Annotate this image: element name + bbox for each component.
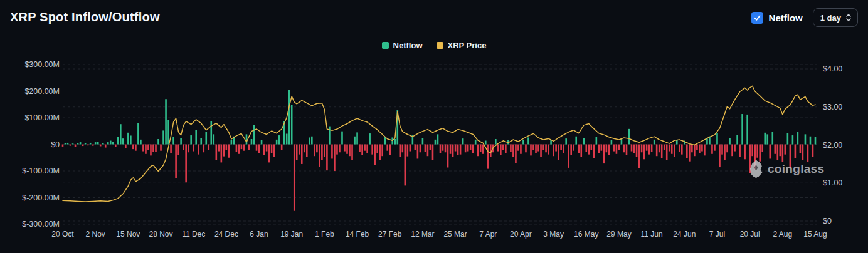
netflow-bar bbox=[306, 145, 308, 157]
netflow-bar bbox=[455, 145, 457, 152]
netflow-bar bbox=[193, 145, 194, 152]
netflow-bar bbox=[276, 140, 278, 145]
netflow-bar bbox=[319, 145, 320, 167]
netflow-bar bbox=[371, 145, 373, 155]
x-axis-label: 27 Feb bbox=[378, 230, 402, 239]
y-axis-label-left: $100.00M bbox=[24, 113, 60, 122]
netflow-bar bbox=[256, 145, 258, 151]
xrp-spot-inflow-outflow-widget: XRP Spot Inflow/Outflow Netflow 1 day Ne… bbox=[0, 0, 868, 253]
netflow-bar bbox=[417, 145, 419, 159]
x-axis-label: 12 Mar bbox=[411, 230, 434, 239]
netflow-bar bbox=[517, 145, 519, 151]
netflow-bar bbox=[795, 145, 797, 158]
netflow-bar bbox=[354, 137, 356, 145]
netflow-bar bbox=[386, 145, 388, 151]
netflow-bar bbox=[588, 145, 590, 155]
netflow-bar bbox=[812, 145, 814, 157]
netflow-bar bbox=[530, 145, 532, 156]
netflow-bar bbox=[815, 137, 817, 145]
netflow-bar bbox=[175, 145, 177, 178]
netflow-bar bbox=[689, 145, 691, 162]
netflow-bar bbox=[87, 145, 89, 146]
netflow-bar bbox=[495, 139, 497, 145]
netflow-bar bbox=[548, 145, 549, 155]
netflow-bar bbox=[331, 145, 333, 159]
netflow-bar bbox=[100, 145, 102, 147]
netflow-bar bbox=[77, 143, 79, 144]
netflow-bar bbox=[807, 145, 809, 162]
netflow-bar bbox=[613, 145, 615, 152]
netflow-bar bbox=[226, 145, 228, 150]
netflow-bar bbox=[616, 145, 618, 154]
netflow-bar bbox=[711, 145, 713, 154]
netflow-bar bbox=[792, 135, 794, 144]
x-axis-label: 6 Jan bbox=[250, 230, 268, 239]
y-axis-label-left: $300.00M bbox=[24, 60, 60, 69]
netflow-bar bbox=[744, 145, 746, 160]
netflow-bar bbox=[223, 145, 225, 157]
netflow-bar bbox=[190, 135, 192, 144]
netflow-bar bbox=[771, 132, 773, 145]
netflow-bar bbox=[344, 145, 346, 152]
netflow-bar bbox=[638, 145, 640, 168]
netflow-bar bbox=[253, 125, 255, 144]
netflow-bar bbox=[636, 145, 638, 157]
netflow-bar bbox=[679, 145, 680, 152]
x-axis-label: 28 Nov bbox=[149, 230, 172, 239]
netflow-bar bbox=[550, 140, 552, 145]
netflow-bar bbox=[437, 134, 439, 144]
netflow-bar bbox=[568, 145, 569, 168]
netflow-bar bbox=[102, 143, 104, 144]
x-axis-label: 16 May bbox=[574, 230, 598, 239]
netflow-bar bbox=[440, 145, 442, 153]
netflow-bar bbox=[694, 145, 696, 157]
netflow-bar bbox=[339, 145, 341, 153]
netflow-bar bbox=[294, 145, 295, 211]
chart-canvas[interactable]: $300.00M$200.00M$100.00M$0$-100.00M$-200… bbox=[0, 0, 868, 253]
netflow-bar bbox=[130, 135, 132, 144]
netflow-bar bbox=[621, 139, 623, 145]
netflow-bar bbox=[195, 130, 197, 145]
x-axis-label: 7 Jul bbox=[709, 230, 725, 239]
netflow-bar bbox=[155, 145, 157, 152]
netflow-bar bbox=[110, 141, 112, 145]
netflow-bar bbox=[497, 145, 499, 152]
netflow-bar bbox=[618, 145, 620, 150]
netflow-bar bbox=[266, 145, 268, 152]
netflow-bar bbox=[802, 145, 804, 160]
netflow-bar bbox=[288, 90, 290, 144]
netflow-bar bbox=[122, 138, 124, 144]
x-axis-label: 11 Jun bbox=[641, 230, 663, 239]
netflow-bar bbox=[95, 142, 97, 144]
netflow-bar bbox=[646, 145, 648, 151]
netflow-bar bbox=[691, 145, 693, 153]
netflow-bar bbox=[666, 145, 668, 161]
netflow-bar bbox=[228, 145, 230, 158]
netflow-bar bbox=[291, 105, 293, 145]
netflow-bar bbox=[90, 143, 92, 145]
y-axis-label-right: $0 bbox=[823, 217, 832, 225]
netflow-bar bbox=[334, 145, 336, 172]
x-axis-label: 20 Oct bbox=[51, 230, 74, 239]
y-axis-label-right: $4.00 bbox=[823, 65, 842, 73]
netflow-bar bbox=[243, 145, 245, 151]
netflow-bar bbox=[535, 145, 537, 153]
netflow-bar bbox=[67, 143, 69, 145]
x-axis-label: 2 Aug bbox=[773, 230, 792, 239]
netflow-bar bbox=[578, 145, 580, 153]
netflow-bar bbox=[790, 145, 791, 169]
x-axis-label: 15 Nov bbox=[116, 230, 140, 239]
netflow-bar bbox=[402, 145, 404, 153]
netflow-bar bbox=[465, 145, 467, 153]
netflow-bar bbox=[422, 138, 424, 144]
netflow-bar bbox=[381, 145, 383, 157]
netflow-bar bbox=[480, 145, 482, 152]
netflow-bar bbox=[445, 145, 447, 153]
netflow-bar bbox=[746, 115, 748, 145]
netflow-bar bbox=[761, 145, 763, 152]
netflow-bar bbox=[369, 133, 371, 144]
netflow-bar bbox=[172, 137, 174, 145]
netflow-bar bbox=[137, 123, 139, 145]
netflow-bar bbox=[273, 145, 275, 157]
netflow-bar bbox=[462, 138, 464, 144]
